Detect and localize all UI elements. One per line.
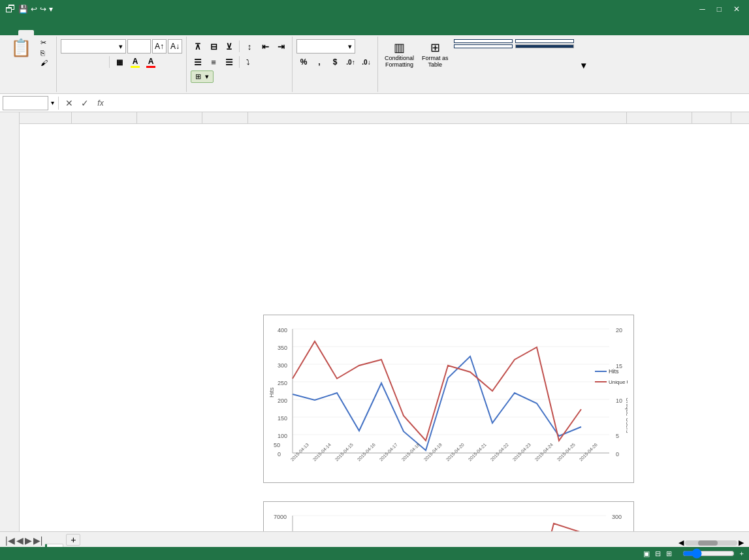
scroll-left-icon[interactable]: ◀: [678, 538, 684, 547]
close-button[interactable]: ✕: [729, 5, 744, 14]
heading4-style-button[interactable]: [454, 44, 513, 48]
cell-reference-box[interactable]: [3, 96, 48, 110]
italic-button[interactable]: [76, 55, 91, 69]
name-box-dropdown-icon[interactable]: ▾: [51, 99, 54, 106]
font-color-button[interactable]: A: [144, 55, 158, 69]
sheet-next-button[interactable]: ▶: [25, 535, 32, 546]
col-header-d[interactable]: [202, 112, 248, 123]
align-right-button[interactable]: ☰: [222, 55, 236, 69]
quick-save-icon[interactable]: 💾: [18, 5, 28, 14]
font-increase-button[interactable]: A↑: [152, 39, 167, 54]
align-top-button[interactable]: ⊼: [191, 39, 205, 54]
tab-file[interactable]: [3, 30, 18, 35]
decimal-increase-button[interactable]: .0↑: [343, 55, 358, 69]
tab-data[interactable]: [81, 30, 97, 35]
cancel-formula-button[interactable]: ✕: [63, 97, 76, 110]
indent-decrease-button[interactable]: ⇤: [258, 39, 272, 54]
merge-center-button[interactable]: ⊞ ▾: [191, 70, 214, 83]
sheet-prev-button[interactable]: ◀: [16, 535, 24, 546]
number-format-box[interactable]: ▾: [296, 39, 355, 54]
col-header-b[interactable]: [72, 112, 137, 123]
sheet-tab-views[interactable]: [45, 544, 63, 547]
ribbon-tab-bar: [0, 18, 749, 35]
clipboard-group: 📋 ✂ ⎘ 🖌: [3, 37, 57, 92]
normal-view-icon[interactable]: ▣: [643, 550, 650, 558]
tab-insert[interactable]: [34, 30, 50, 35]
svg-text:400: 400: [278, 327, 287, 334]
sheet-area: 400 350 300 250 200 150 100 50 0 Hits 20…: [0, 112, 749, 531]
heading2-style-button[interactable]: [454, 39, 513, 43]
col-header-e[interactable]: [248, 112, 627, 123]
percent-button[interactable]: %: [296, 55, 311, 69]
col-header-a[interactable]: [20, 112, 72, 123]
underline-button[interactable]: [92, 55, 106, 69]
confirm-formula-button[interactable]: ✓: [78, 97, 91, 110]
format-table-options: ⊞ Format asTable: [419, 39, 451, 69]
svg-text:0: 0: [616, 451, 619, 458]
align-bottom-button[interactable]: ⊻: [222, 39, 236, 54]
text-direction-button[interactable]: ↕: [242, 39, 257, 54]
align-center-button[interactable]: ≡: [206, 55, 221, 69]
col-header-c[interactable]: [137, 112, 202, 123]
border-button[interactable]: ▦: [112, 55, 127, 69]
title-style-button[interactable]: [515, 44, 574, 48]
daily-chart[interactable]: 400 350 300 250 200 150 100 50 0 Hits 20…: [263, 315, 634, 483]
fill-color-button[interactable]: A: [128, 55, 142, 69]
maximize-button[interactable]: □: [713, 5, 725, 14]
comma-button[interactable]: ,: [312, 55, 327, 69]
conditional-formatting-button[interactable]: ▥ ConditionalFormatting: [382, 39, 417, 69]
tab-formulas[interactable]: [65, 30, 81, 35]
svg-text:300: 300: [278, 362, 287, 369]
paste-button[interactable]: 📋: [7, 38, 35, 57]
col-header-h[interactable]: [731, 112, 749, 123]
bold-button[interactable]: [61, 55, 75, 69]
tab-home[interactable]: [18, 30, 34, 35]
svg-text:2015-04-24: 2015-04-24: [534, 442, 554, 461]
copy-button[interactable]: ⎘: [38, 48, 52, 57]
col-header-f[interactable]: [627, 112, 692, 123]
col-header-g[interactable]: [692, 112, 731, 123]
sheet-first-button[interactable]: |◀: [5, 535, 15, 546]
currency-button[interactable]: $: [328, 55, 342, 69]
indent-increase-button[interactable]: ⇥: [274, 39, 288, 54]
align-middle-button[interactable]: ⊟: [206, 39, 221, 54]
zoom-slider[interactable]: [682, 551, 735, 556]
scroll-right-icon[interactable]: ▶: [739, 538, 744, 547]
font-name-box[interactable]: ▾: [61, 39, 126, 54]
tab-page-layout[interactable]: [50, 30, 65, 35]
wrap-text-button[interactable]: ⤵: [242, 57, 256, 67]
decimal-decrease-button[interactable]: .0↓: [359, 55, 374, 69]
align-bottom-row: ☰ ≡ ☰ ⤵: [191, 55, 256, 69]
h-scrollbar-thumb[interactable]: [698, 540, 718, 546]
monthly-chart[interactable]: 7000 6000 5000 4000 3000 2000 1000 0 Hit…: [263, 501, 634, 531]
page-break-icon[interactable]: ⊞: [666, 550, 672, 558]
h-scrollbar-track[interactable]: [685, 540, 737, 546]
sheet-last-button[interactable]: ▶|: [33, 535, 43, 546]
page-layout-icon[interactable]: ⊟: [655, 550, 661, 558]
heading3-style-button[interactable]: [515, 39, 574, 43]
ribbon: 📋 ✂ ⎘ 🖌: [0, 35, 749, 94]
undo-icon[interactable]: ↩: [31, 5, 37, 14]
row-headers: [0, 124, 20, 531]
format-as-table-button[interactable]: ⊞ Format asTable: [419, 39, 451, 69]
wrap-text-icon: ⤵: [246, 58, 250, 66]
font-size-box[interactable]: [127, 39, 151, 54]
insert-function-button[interactable]: fx: [94, 97, 107, 110]
format-painter-button[interactable]: 🖌: [38, 58, 52, 67]
cut-button[interactable]: ✂: [38, 38, 52, 48]
font-name-row: ▾ A↑ A↓: [61, 39, 182, 54]
tab-view[interactable]: [112, 30, 128, 35]
formula-input[interactable]: [110, 96, 746, 110]
font-decrease-button[interactable]: A↓: [168, 39, 182, 54]
redo-icon[interactable]: ↪: [40, 5, 46, 14]
customize-qat-icon[interactable]: ▾: [49, 5, 53, 14]
formula-bar-divider: [58, 97, 59, 110]
zoom-in-icon[interactable]: +: [740, 550, 744, 557]
minimize-button[interactable]: ─: [695, 5, 709, 14]
align-left-button[interactable]: ☰: [191, 55, 205, 69]
styles-more-button[interactable]: ▾: [577, 58, 591, 72]
number-format-dropdown-icon: ▾: [348, 42, 352, 51]
tab-review[interactable]: [97, 30, 112, 35]
conditional-formatting-icon: ▥: [394, 40, 405, 55]
add-sheet-button[interactable]: +: [66, 534, 80, 546]
